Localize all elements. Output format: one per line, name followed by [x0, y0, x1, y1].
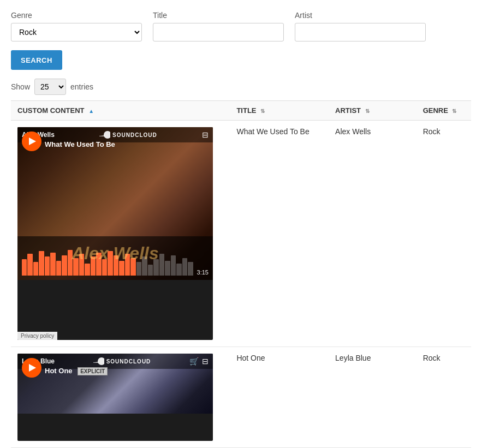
search-row: SEARCH — [11, 50, 471, 70]
svg-point-1 — [98, 357, 104, 365]
show-label: Show — [11, 82, 30, 91]
search-button[interactable]: SEARCH — [11, 50, 62, 70]
sc-logo-1: SOUNDCLOUD — [99, 131, 157, 139]
sc-logo-text-2: SOUNDCLOUD — [106, 359, 151, 365]
explicit-badge-2: EXPLICIT — [78, 367, 108, 375]
sc-image-1: Alex Wells — [17, 127, 213, 280]
bar — [148, 265, 153, 276]
bar — [85, 264, 90, 276]
sc-logo-text-1: SOUNDCLOUD — [112, 132, 157, 138]
sc-logo-2: SOUNDCLOUD — [93, 357, 151, 365]
sc-cart-icon-2[interactable]: 🛒 — [189, 357, 199, 366]
privacy-policy-1[interactable]: Privacy policy — [17, 332, 57, 340]
genre-group: Genre Rock Pop Jazz Classical Hip-Hop Co… — [11, 11, 142, 41]
genre-select[interactable]: Rock Pop Jazz Classical Hip-Hop Country — [11, 23, 142, 41]
sc-logo-icon-2 — [93, 357, 104, 365]
play-button-2[interactable] — [22, 358, 41, 378]
title-label: Title — [153, 11, 284, 20]
sc-track-title-1: What We Used To Be — [45, 140, 115, 148]
search-form: Genre Rock Pop Jazz Classical Hip-Hop Co… — [11, 11, 471, 41]
table-row: Leyla Blue SOUNDCLOUD 🛒 ⊟ — [11, 347, 471, 448]
results-table: CUSTOM CONTENT ▲ TITLE ⇅ ARTIST ⇅ GENRE … — [11, 100, 471, 448]
soundcloud-embed-1[interactable]: Alex Wells SOUNDCLOUD ⊟ What W — [17, 127, 213, 340]
title-text-2: Hot One — [236, 354, 265, 362]
page-wrapper: Genre Rock Pop Jazz Classical Hip-Hop Co… — [0, 0, 482, 448]
entries-label: entries — [70, 82, 93, 91]
artist-text-2: Leyla Blue — [335, 354, 371, 362]
artist-group: Artist — [295, 11, 426, 41]
content-cell-2: Leyla Blue SOUNDCLOUD 🛒 ⊟ — [11, 347, 230, 448]
bar — [136, 262, 141, 276]
title-group: Title — [153, 11, 284, 41]
sc-duration-1: 3:15 — [197, 269, 209, 276]
table-header-row: CUSTOM CONTENT ▲ TITLE ⇅ ARTIST ⇅ GENRE … — [11, 101, 471, 121]
title-input[interactable] — [153, 23, 284, 41]
content-cell-1: Alex Wells SOUNDCLOUD ⊟ What W — [11, 121, 230, 347]
sort-icon-title: ⇅ — [260, 108, 265, 114]
bar — [176, 264, 181, 276]
title-text-1: What We Used To Be — [236, 127, 309, 136]
table-row: Alex Wells SOUNDCLOUD ⊟ What W — [11, 121, 471, 347]
artist-cell-2: Leyla Blue — [329, 347, 416, 448]
sort-icon-content: ▲ — [88, 108, 94, 114]
col-header-title[interactable]: TITLE ⇅ — [230, 101, 329, 121]
title-cell-2: Hot One — [230, 347, 329, 448]
sc-share-icon-2[interactable]: ⊟ — [202, 357, 209, 366]
sort-icon-genre: ⇅ — [452, 108, 456, 114]
sc-actions-2: 🛒 ⊟ — [189, 357, 209, 366]
col-header-content[interactable]: CUSTOM CONTENT ▲ — [11, 101, 230, 121]
genre-cell-2: Rock — [416, 347, 471, 448]
bar — [33, 262, 38, 276]
sc-logo-icon-1 — [99, 131, 110, 139]
play-button-1[interactable] — [22, 132, 41, 151]
sc-actions-1: ⊟ — [202, 130, 209, 139]
sc-track-title-2: Hot One EXPLICIT — [45, 367, 108, 375]
genre-text-1: Rock — [423, 127, 441, 136]
bar — [188, 262, 193, 276]
col-header-artist[interactable]: ARTIST ⇅ — [329, 101, 416, 121]
artist-cell-1: Alex Wells — [329, 121, 416, 347]
sort-icon-artist: ⇅ — [365, 108, 370, 114]
entries-select[interactable]: 10 25 50 100 — [34, 79, 66, 95]
genre-label: Genre — [11, 11, 142, 20]
artist-text-1: Alex Wells — [335, 127, 371, 136]
svg-point-0 — [104, 131, 110, 139]
artist-label: Artist — [295, 11, 426, 20]
genre-text-2: Rock — [423, 354, 441, 362]
artist-input[interactable] — [295, 23, 426, 41]
show-entries: Show 10 25 50 100 entries — [11, 79, 471, 95]
title-cell-1: What We Used To Be — [230, 121, 329, 347]
sc-watermark-1: Alex Wells — [17, 243, 213, 264]
genre-cell-1: Rock — [416, 121, 471, 347]
col-header-genre[interactable]: GENRE ⇅ — [416, 101, 471, 121]
sc-share-icon-1[interactable]: ⊟ — [202, 130, 209, 139]
soundcloud-embed-2[interactable]: Leyla Blue SOUNDCLOUD 🛒 ⊟ — [17, 354, 213, 441]
